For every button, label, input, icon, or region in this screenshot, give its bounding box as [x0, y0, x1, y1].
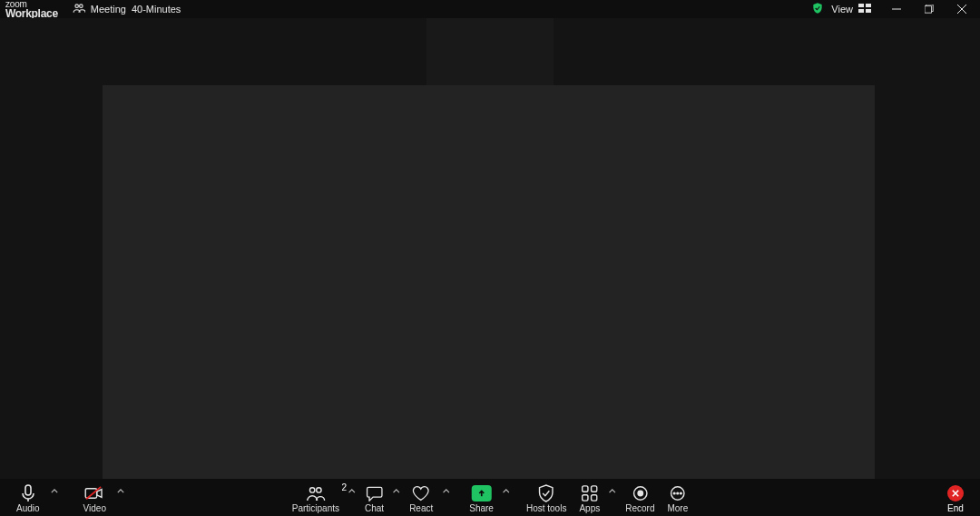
svg-rect-17 [583, 485, 588, 491]
audio-menu-caret[interactable] [49, 481, 60, 515]
title-bar-left: zoom Workplace Meeting 40-Minutes [5, 0, 181, 19]
maximize-button[interactable] [916, 0, 942, 18]
toolbar-right-group: End [942, 481, 969, 515]
meeting-duration: 40-Minutes [132, 4, 181, 15]
microphone-icon [21, 484, 35, 502]
svg-rect-18 [592, 485, 597, 491]
chat-label: Chat [365, 504, 384, 513]
svg-rect-11 [25, 485, 31, 495]
svg-rect-3 [866, 4, 871, 7]
toolbar-center-group: 2 Participants Chat React [287, 481, 694, 515]
svg-point-1 [79, 5, 83, 7]
more-button[interactable]: More [662, 481, 693, 515]
apps-button[interactable]: Apps [573, 481, 605, 515]
svg-point-0 [75, 5, 79, 7]
svg-rect-20 [592, 494, 597, 500]
heart-icon [412, 484, 430, 502]
gallery-icon [858, 4, 871, 15]
participants-icon [73, 3, 85, 15]
video-button[interactable]: Video [78, 481, 112, 515]
svg-rect-5 [866, 9, 871, 13]
svg-point-15 [310, 487, 315, 492]
meeting-info-button[interactable]: Meeting 40-Minutes [73, 3, 181, 15]
close-button[interactable] [949, 0, 975, 18]
svg-point-24 [673, 492, 675, 494]
apps-menu-caret[interactable] [607, 481, 618, 515]
active-speaker-video[interactable] [103, 85, 875, 479]
svg-rect-19 [583, 494, 588, 500]
share-menu-caret[interactable] [501, 481, 512, 515]
svg-rect-8 [925, 6, 932, 14]
record-button[interactable]: Record [620, 481, 660, 515]
svg-point-16 [317, 487, 321, 492]
video-thumbnail-strip[interactable] [426, 18, 554, 85]
more-label: More [667, 504, 688, 513]
title-bar: zoom Workplace Meeting 40-Minutes [0, 0, 980, 18]
view-button[interactable]: View [831, 4, 871, 15]
svg-rect-4 [858, 9, 864, 13]
shield-icon [538, 484, 554, 502]
video-label: Video [83, 504, 106, 513]
share-label: Share [469, 504, 494, 513]
camera-off-icon [84, 484, 104, 502]
record-label: Record [625, 504, 654, 513]
view-label: View [831, 4, 853, 15]
chat-button[interactable]: Chat [359, 481, 389, 515]
meeting-stage [0, 18, 980, 479]
audio-button[interactable]: Audio [11, 481, 45, 515]
react-label: React [409, 504, 433, 513]
host-tools-label: Host tools [526, 504, 566, 513]
svg-point-22 [638, 491, 642, 495]
svg-rect-13 [86, 488, 97, 498]
video-menu-caret[interactable] [115, 481, 126, 515]
end-label: End [947, 504, 964, 513]
share-button[interactable]: Share [464, 481, 499, 515]
minimize-button[interactable] [884, 0, 909, 18]
apps-icon [582, 484, 598, 502]
apps-label: Apps [579, 504, 600, 513]
brand-line-2: Workplace [5, 8, 58, 19]
close-icon [947, 485, 964, 501]
participants-count-badge: 2 [341, 482, 347, 492]
audio-label: Audio [16, 504, 40, 513]
end-button[interactable]: End [942, 481, 969, 515]
more-icon [670, 484, 686, 502]
svg-rect-2 [858, 4, 864, 7]
participants-label: Participants [292, 504, 339, 513]
record-icon [632, 484, 648, 502]
react-button[interactable]: React [404, 481, 438, 515]
title-bar-right: View [811, 0, 975, 18]
meeting-toolbar: Audio Video [0, 479, 980, 516]
chat-icon [366, 484, 384, 502]
participants-icon [306, 484, 326, 502]
chat-menu-caret[interactable] [391, 481, 402, 515]
participants-button[interactable]: 2 Participants [287, 481, 345, 515]
encryption-shield-icon[interactable] [811, 2, 824, 16]
host-tools-button[interactable]: Host tools [521, 481, 572, 515]
brand-logo: zoom Workplace [5, 0, 58, 19]
share-screen-icon [472, 485, 492, 501]
svg-point-26 [681, 492, 682, 494]
svg-point-25 [677, 492, 679, 494]
react-menu-caret[interactable] [440, 481, 451, 515]
participants-menu-caret[interactable] [347, 481, 358, 515]
toolbar-left-group: Audio Video [11, 481, 126, 515]
meeting-label: Meeting [91, 4, 126, 15]
